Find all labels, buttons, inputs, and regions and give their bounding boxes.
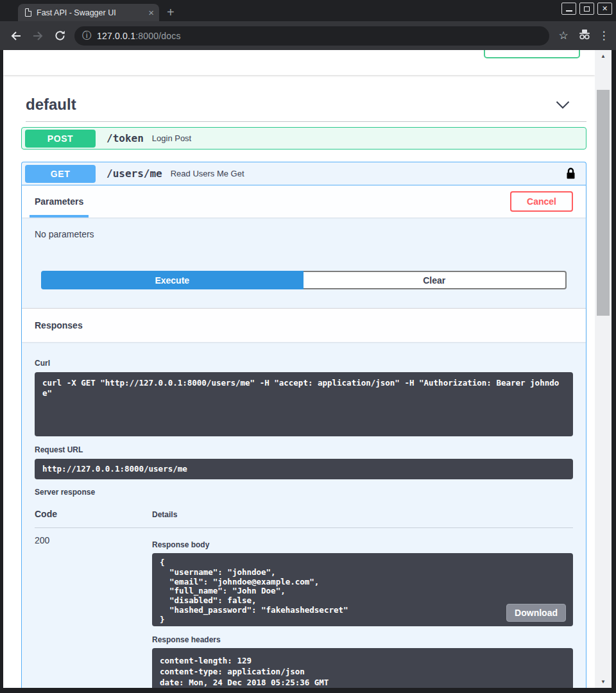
cancel-button[interactable]: Cancel	[510, 191, 573, 212]
page-viewport: default POST /token Login Post GET /user…	[3, 50, 612, 688]
clear-button[interactable]: Clear	[304, 271, 567, 289]
details-column-header: Details	[152, 510, 177, 519]
execute-wrapper: Execute Clear	[41, 271, 567, 289]
back-button[interactable]	[5, 30, 27, 42]
get-path: /users/me	[107, 167, 162, 180]
get-opblock-header[interactable]: GET /users/me Read Users Me Get	[22, 162, 586, 185]
tag-title: default	[26, 96, 76, 114]
parameters-section: No parameters Execute Clear	[22, 218, 586, 308]
minimize-icon	[566, 10, 572, 12]
parameters-tab-bar: Parameters Cancel	[22, 185, 586, 218]
response-headers-text: content-length: 129 content-type: applic…	[152, 648, 573, 688]
response-row: 200 Response body { "username": "johndoe…	[35, 535, 573, 688]
execute-button[interactable]: Execute	[41, 271, 304, 289]
toolbar-right-icons: ☆ ⋮	[556, 29, 610, 43]
site-info-icon[interactable]: ⓘ	[82, 30, 91, 42]
scrollbar-thumb[interactable]	[597, 90, 610, 316]
window-controls: ✕	[561, 3, 612, 15]
code-column-header: Code	[35, 509, 152, 519]
browser-tab[interactable]: Fast API - Swagger UI ×	[18, 4, 159, 21]
server-response-label: Server response	[35, 488, 573, 497]
scheme-container	[3, 50, 595, 75]
responses-inner: Curl curl -X GET "http://127.0.0.1:8000/…	[22, 342, 586, 688]
bookmark-star-icon[interactable]: ☆	[556, 29, 571, 42]
active-tab-underline	[30, 215, 89, 218]
browser-toolbar: ⓘ 127.0.0.1:8000/docs ☆ ⋮	[0, 21, 616, 50]
post-summary: Login Post	[152, 133, 191, 143]
maximize-button[interactable]	[579, 3, 594, 15]
browser-window: Fast API - Swagger UI × + ✕ ⓘ 127.0.0.1:…	[0, 0, 616, 693]
swagger-page: default POST /token Login Post GET /user…	[3, 50, 595, 688]
api-content: default POST /token Login Post GET /user…	[3, 96, 595, 688]
tab-title: Fast API - Swagger UI	[37, 8, 144, 17]
table-divider	[35, 527, 573, 528]
post-method-badge: POST	[25, 130, 96, 148]
auth-lock-button[interactable]	[566, 167, 576, 180]
back-arrow-icon	[10, 30, 22, 42]
scroll-down-icon[interactable]: ▼	[595, 679, 612, 685]
minimize-button[interactable]	[561, 3, 576, 15]
get-summary: Read Users Me Get	[171, 169, 244, 178]
response-body-text: { "username": "johndoe", "email": "johnd…	[160, 558, 348, 624]
response-body-label: Response body	[152, 540, 573, 549]
forward-button[interactable]	[27, 30, 49, 42]
status-code: 200	[35, 535, 152, 688]
address-bar[interactable]: ⓘ 127.0.0.1:8000/docs	[74, 26, 549, 46]
no-parameters-text: No parameters	[35, 229, 573, 239]
browser-tab-strip: Fast API - Swagger UI × + ✕	[0, 0, 616, 21]
request-url-label: Request URL	[35, 445, 573, 454]
response-body-json[interactable]: { "username": "johndoe", "email": "johnd…	[152, 553, 573, 626]
tag-section-header[interactable]: default	[21, 96, 586, 114]
url-path: :8000/docs	[135, 31, 181, 41]
close-window-button[interactable]: ✕	[597, 3, 612, 15]
response-details: Response body { "username": "johndoe", "…	[152, 535, 573, 688]
new-tab-button[interactable]: +	[167, 5, 175, 20]
responses-header: Responses	[22, 308, 586, 342]
scroll-up-icon[interactable]: ▲	[595, 53, 612, 59]
get-method-badge: GET	[25, 165, 96, 183]
request-url-value: http://127.0.0.1:8000/users/me	[35, 459, 573, 479]
response-headers-label: Response headers	[152, 635, 573, 644]
url-host: 127.0.0.1	[97, 31, 135, 41]
post-path: /token	[107, 132, 144, 144]
opblock-get-users-me: GET /users/me Read Users Me Get Paramete…	[21, 162, 586, 688]
forward-arrow-icon	[31, 30, 44, 42]
page-favicon-icon	[25, 8, 31, 17]
response-table-header: Code Details	[35, 509, 573, 519]
curl-label: Curl	[35, 359, 573, 368]
incognito-icon	[576, 29, 593, 43]
responses-title: Responses	[35, 320, 83, 330]
tab-close-icon[interactable]: ×	[148, 8, 154, 17]
url-text: 127.0.0.1:8000/docs	[97, 31, 181, 41]
lock-icon	[566, 167, 576, 180]
opblock-post-token[interactable]: POST /token Login Post	[21, 127, 586, 150]
curl-command[interactable]: curl -X GET "http://127.0.0.1:8000/users…	[35, 372, 573, 436]
section-divider	[26, 121, 586, 122]
browser-menu-icon[interactable]: ⋮	[598, 29, 610, 42]
page-scrollbar[interactable]: ▲ ▼	[595, 50, 612, 688]
reload-button[interactable]	[49, 30, 71, 42]
reload-icon	[54, 30, 66, 42]
chevron-down-icon[interactable]	[556, 101, 570, 109]
maximize-icon	[584, 6, 590, 12]
authorize-button[interactable]	[484, 50, 580, 58]
tab-parameters[interactable]: Parameters	[35, 196, 83, 207]
download-button[interactable]: Download	[506, 604, 566, 622]
